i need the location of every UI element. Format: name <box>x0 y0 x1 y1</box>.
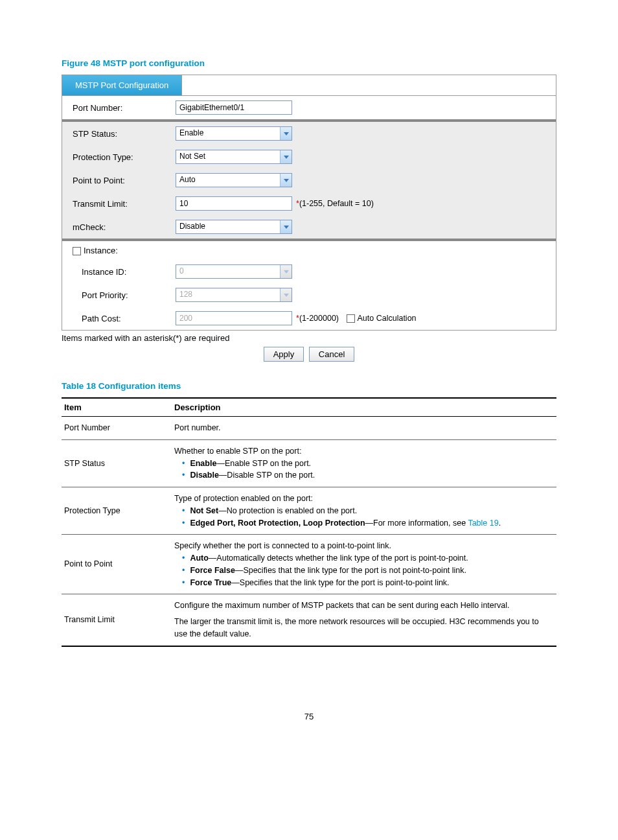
desc-intro: Specify whether the port is connected to… <box>174 540 554 552</box>
term-bold: Not Set <box>190 506 218 515</box>
label-instance: Instance: <box>69 246 176 255</box>
tab-mstp-port-config[interactable]: MSTP Port Configuration <box>62 75 182 95</box>
cell-item: Port Number <box>62 417 172 440</box>
term-text: —Specifies that the link type for the po… <box>235 566 466 575</box>
select-port-priority: 128 <box>176 288 292 302</box>
table-header-row: Item Description <box>62 398 556 417</box>
desc-intro: Whether to enable STP on the port: <box>174 445 554 458</box>
row-transmit-limit: Transmit Limit: *(1-255, Default = 10) <box>62 192 556 215</box>
apply-button[interactable]: Apply <box>264 347 304 362</box>
row-stp-status: STP Status: Enable <box>62 122 556 145</box>
desc-para: Configure the maximum number of MSTP pac… <box>174 600 554 612</box>
term-bold: Auto <box>190 554 208 563</box>
cell-item: Protection Type <box>62 487 172 535</box>
label-point-to-point: Point to Point: <box>69 176 176 185</box>
chevron-down-icon[interactable] <box>280 174 292 187</box>
label-instance-id: Instance ID: <box>69 267 176 277</box>
list-item: Force False—Specifies that the link type… <box>182 565 554 577</box>
label-transmit-limit: Transmit Limit: <box>69 199 176 209</box>
checkbox-auto-calc[interactable] <box>347 314 355 323</box>
hint-transmit-text: (1-255, Default = 10) <box>299 199 374 208</box>
input-path-cost <box>176 311 292 325</box>
list-item: Enable—Enable STP on the port. <box>182 458 554 470</box>
label-stp-status: STP Status: <box>69 129 176 139</box>
term-text: —For more information, see <box>365 519 468 528</box>
list-item: Auto—Automatically detects whether the l… <box>182 552 554 565</box>
select-stp-status-value: Enable <box>176 127 280 140</box>
cell-desc: Specify whether the port is connected to… <box>172 535 556 594</box>
cell-item: Transmit Limit <box>62 594 172 646</box>
chevron-down-icon <box>280 288 292 301</box>
select-instance-id-value: 0 <box>176 265 280 278</box>
select-protection-type[interactable]: Not Set <box>176 150 292 164</box>
list-item: Disable—Disable STP on the port. <box>182 469 554 482</box>
term-bold: Edged Port, Root Protection, Loop Protec… <box>190 519 365 528</box>
label-auto-calc: Auto Calculation <box>358 314 417 323</box>
term-text: —Specifies that the link type for the po… <box>231 578 449 587</box>
row-mcheck: mCheck: Disable <box>62 215 556 239</box>
cell-item: STP Status <box>62 439 172 487</box>
table-row: Protection Type Type of protection enabl… <box>62 487 556 535</box>
cancel-button[interactable]: Cancel <box>309 347 354 362</box>
page-number: 75 <box>62 712 556 721</box>
input-port-number[interactable] <box>176 100 292 115</box>
th-item: Item <box>62 398 172 417</box>
label-port-priority: Port Priority: <box>69 290 176 300</box>
table-row: Point to Point Specify whether the port … <box>62 535 556 594</box>
figure-title: Figure 48 MSTP port configuration <box>62 58 556 68</box>
row-port-priority: Port Priority: 128 <box>62 283 556 307</box>
table-row: Transmit Limit Configure the maximum num… <box>62 594 556 646</box>
checkbox-instance[interactable] <box>73 247 81 255</box>
table-row: STP Status Whether to enable STP on the … <box>62 439 556 487</box>
select-stp-status[interactable]: Enable <box>176 126 292 141</box>
label-path-cost: Path Cost: <box>69 314 176 323</box>
hint-transmit-limit: *(1-255, Default = 10) <box>296 199 374 208</box>
link-table-19[interactable]: Table 19 <box>468 519 498 528</box>
input-transmit-limit[interactable] <box>176 196 292 211</box>
select-protection-value: Not Set <box>176 150 280 163</box>
term-text: —Automatically detects whether the link … <box>209 554 468 563</box>
table-row: Port Number Port number. <box>62 417 556 440</box>
select-port-priority-value: 128 <box>176 288 280 301</box>
tab-row: MSTP Port Configuration <box>62 75 556 96</box>
row-instance-id: Instance ID: 0 <box>62 260 556 283</box>
select-mcheck-value: Disable <box>176 220 280 233</box>
button-row: Apply Cancel <box>62 347 556 362</box>
term-bold: Force False <box>190 566 235 575</box>
asterisk-note: Items marked with an asterisk(*) are req… <box>62 333 556 343</box>
mstp-port-config-panel: MSTP Port Configuration Port Number: STP… <box>62 75 556 331</box>
list-item: Not Set—No protection is enabled on the … <box>182 505 554 517</box>
select-ptp-value: Auto <box>176 174 280 187</box>
cell-desc: Whether to enable STP on the port: Enabl… <box>172 439 556 487</box>
cell-desc: Type of protection enabled on the port: … <box>172 487 556 535</box>
term-bold: Disable <box>190 471 218 480</box>
select-mcheck[interactable]: Disable <box>176 220 292 234</box>
term-text: —Disable STP on the port. <box>219 471 315 480</box>
term-text: . <box>499 519 501 528</box>
hint-path-cost-text: (1-200000) <box>299 314 339 323</box>
row-path-cost: Path Cost: *(1-200000) Auto Calculation <box>62 307 556 330</box>
cell-item: Point to Point <box>62 535 172 594</box>
desc-intro: Type of protection enabled on the port: <box>174 493 554 505</box>
chevron-down-icon[interactable] <box>280 127 292 140</box>
term-bold: Force True <box>190 578 231 587</box>
list-item: Force True—Specifies that the link type … <box>182 577 554 589</box>
select-point-to-point[interactable]: Auto <box>176 173 292 187</box>
label-protection-type: Protection Type: <box>69 152 176 162</box>
label-instance-text: Instance: <box>84 246 118 255</box>
term-text: —No protection is enabled on the port. <box>218 506 357 515</box>
select-instance-id: 0 <box>176 264 292 279</box>
label-port-number: Port Number: <box>69 103 176 113</box>
label-mcheck: mCheck: <box>69 222 176 232</box>
list-item: Edged Port, Root Protection, Loop Protec… <box>182 517 554 530</box>
cell-desc: Port number. <box>172 417 556 440</box>
chevron-down-icon <box>280 265 292 278</box>
row-point-to-point: Point to Point: Auto <box>62 169 556 192</box>
chevron-down-icon[interactable] <box>280 150 292 163</box>
row-instance: Instance: <box>62 241 556 260</box>
config-items-table: Item Description Port Number Port number… <box>62 397 556 647</box>
row-protection-type: Protection Type: Not Set <box>62 145 556 169</box>
term-bold: Enable <box>190 459 216 468</box>
row-port-number: Port Number: <box>62 96 556 119</box>
chevron-down-icon[interactable] <box>280 220 292 233</box>
